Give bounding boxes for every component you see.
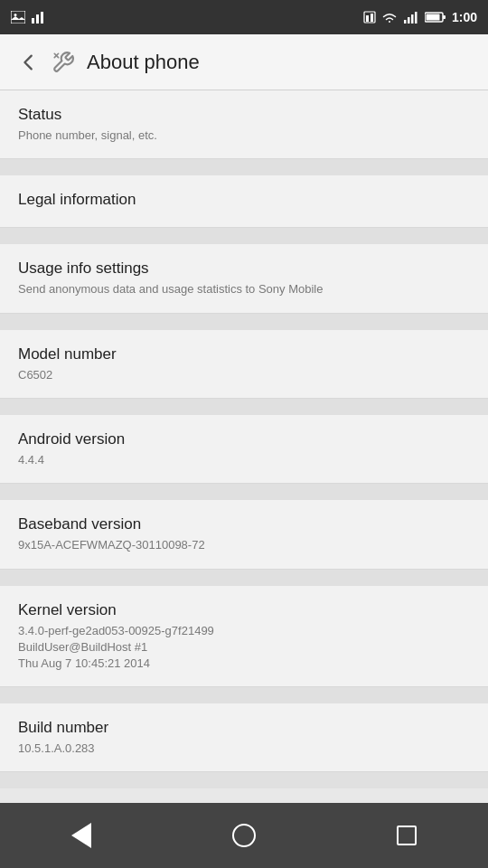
nav-home-button[interactable] bbox=[217, 808, 271, 863]
settings-item-usage[interactable]: Usage info settings Send anonymous data … bbox=[0, 244, 488, 313]
section-divider-6 bbox=[0, 570, 488, 586]
svg-rect-3 bbox=[36, 14, 39, 24]
settings-item-legal[interactable]: Legal information bbox=[0, 175, 488, 228]
svg-rect-14 bbox=[426, 14, 439, 21]
svg-rect-11 bbox=[415, 12, 418, 24]
settings-item-status[interactable]: Status Phone number, signal, etc. bbox=[0, 90, 488, 159]
svg-rect-7 bbox=[371, 14, 373, 22]
settings-item-legal-title: Legal information bbox=[18, 190, 470, 210]
battery-icon bbox=[425, 11, 446, 24]
settings-item-model: Model number C6502 bbox=[0, 330, 488, 399]
settings-item-baseband: Baseband version 9x15A-ACEFWMAZQ-3011009… bbox=[0, 500, 488, 569]
section-divider-4 bbox=[0, 399, 488, 415]
settings-item-usage-subtitle: Send anonymous data and usage statistics… bbox=[18, 281, 470, 297]
signal-icon bbox=[403, 11, 419, 24]
svg-rect-6 bbox=[366, 15, 369, 22]
nav-back-icon bbox=[71, 823, 91, 848]
wifi-icon bbox=[381, 11, 398, 24]
nav-back-button[interactable] bbox=[54, 808, 108, 863]
settings-item-usage-title: Usage info settings bbox=[18, 259, 470, 278]
wrench-icon bbox=[49, 48, 78, 77]
svg-rect-8 bbox=[404, 20, 407, 24]
settings-item-model-title: Model number bbox=[18, 344, 470, 364]
settings-item-android: Android version 4.4.4 bbox=[0, 415, 488, 484]
toolbar: About phone bbox=[0, 34, 488, 90]
section-divider-2 bbox=[0, 228, 488, 244]
section-divider-3 bbox=[0, 314, 488, 330]
settings-item-baseband-subtitle: 9x15A-ACEFWMAZQ-30110098-72 bbox=[18, 537, 470, 553]
settings-item-build-subtitle: 10.5.1.A.0.283 bbox=[18, 741, 470, 757]
settings-item-baseband-title: Baseband version bbox=[18, 514, 470, 534]
status-bar: 1:00 bbox=[0, 0, 488, 34]
svg-rect-0 bbox=[11, 11, 25, 24]
settings-item-kernel: Kernel version 3.4.0-perf-ge2ad053-00925… bbox=[0, 586, 488, 688]
chart-icon bbox=[31, 11, 45, 24]
settings-item-android-title: Android version bbox=[18, 429, 470, 449]
svg-rect-2 bbox=[32, 18, 34, 24]
settings-item-status-title: Status bbox=[18, 105, 470, 125]
svg-point-1 bbox=[14, 14, 17, 16]
section-divider-1 bbox=[0, 159, 488, 175]
sim-icon bbox=[363, 11, 376, 24]
settings-item-model-subtitle: C6502 bbox=[18, 367, 470, 383]
settings-item-build: Build number 10.5.1.A.0.283 bbox=[0, 703, 488, 772]
nav-recents-button[interactable] bbox=[380, 808, 434, 863]
svg-rect-5 bbox=[364, 12, 375, 23]
settings-item-build-title: Build number bbox=[18, 718, 470, 738]
section-divider-8 bbox=[0, 772, 488, 788]
svg-rect-9 bbox=[408, 17, 410, 24]
section-divider-5 bbox=[0, 484, 488, 500]
settings-item-kernel-subtitle: 3.4.0-perf-ge2ad053-00925-g7f21499 Build… bbox=[18, 623, 470, 673]
navigation-bar bbox=[0, 803, 488, 868]
settings-list: Status Phone number, signal, etc. Legal … bbox=[0, 90, 488, 803]
section-divider-7 bbox=[0, 687, 488, 703]
settings-item-android-subtitle: 4.4.4 bbox=[18, 452, 470, 468]
status-bar-notifications bbox=[11, 11, 45, 24]
svg-rect-4 bbox=[41, 12, 43, 24]
back-button[interactable] bbox=[14, 48, 43, 77]
page-title: About phone bbox=[87, 51, 200, 74]
nav-recents-icon bbox=[397, 826, 417, 845]
svg-rect-13 bbox=[443, 15, 446, 19]
status-time: 1:00 bbox=[452, 10, 477, 24]
nav-home-icon bbox=[232, 824, 256, 847]
svg-rect-10 bbox=[411, 14, 414, 24]
settings-item-status-subtitle: Phone number, signal, etc. bbox=[18, 127, 470, 144]
image-icon bbox=[11, 11, 25, 24]
status-bar-system: 1:00 bbox=[363, 10, 477, 24]
settings-item-kernel-title: Kernel version bbox=[18, 600, 470, 620]
